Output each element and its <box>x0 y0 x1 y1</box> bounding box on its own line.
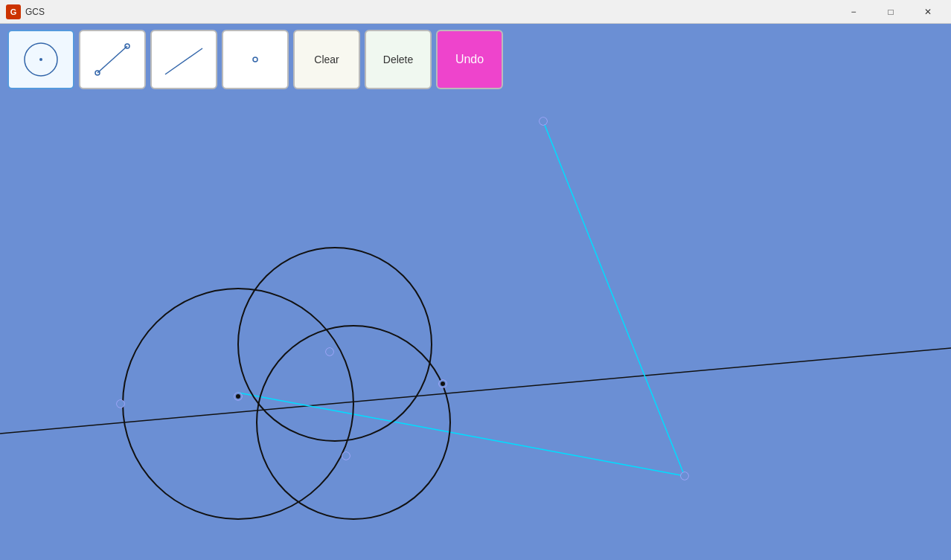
app-icon: G <box>6 4 21 19</box>
svg-point-6 <box>253 57 257 62</box>
clear-button[interactable]: Clear <box>293 30 360 89</box>
delete-button[interactable]: Delete <box>365 30 432 89</box>
svg-line-2 <box>97 46 127 73</box>
point-tool-button[interactable] <box>222 30 289 89</box>
segment-tool-button[interactable] <box>79 30 146 89</box>
circle-tool-button[interactable] <box>7 30 74 89</box>
toolbar: Clear Delete Undo <box>0 24 951 95</box>
app-title: GCS <box>25 7 45 17</box>
drawing-canvas[interactable] <box>0 95 951 557</box>
svg-line-5 <box>165 48 202 74</box>
maximize-button[interactable]: □ <box>874 0 908 24</box>
svg-point-1 <box>39 58 42 61</box>
minimize-button[interactable]: − <box>836 0 871 24</box>
canvas-area[interactable] <box>0 95 951 557</box>
window-controls: − □ ✕ <box>836 0 945 23</box>
undo-button[interactable]: Undo <box>436 30 503 89</box>
titlebar: G GCS − □ ✕ <box>0 0 951 24</box>
line-tool-button[interactable] <box>150 30 217 89</box>
close-button[interactable]: ✕ <box>911 0 945 24</box>
